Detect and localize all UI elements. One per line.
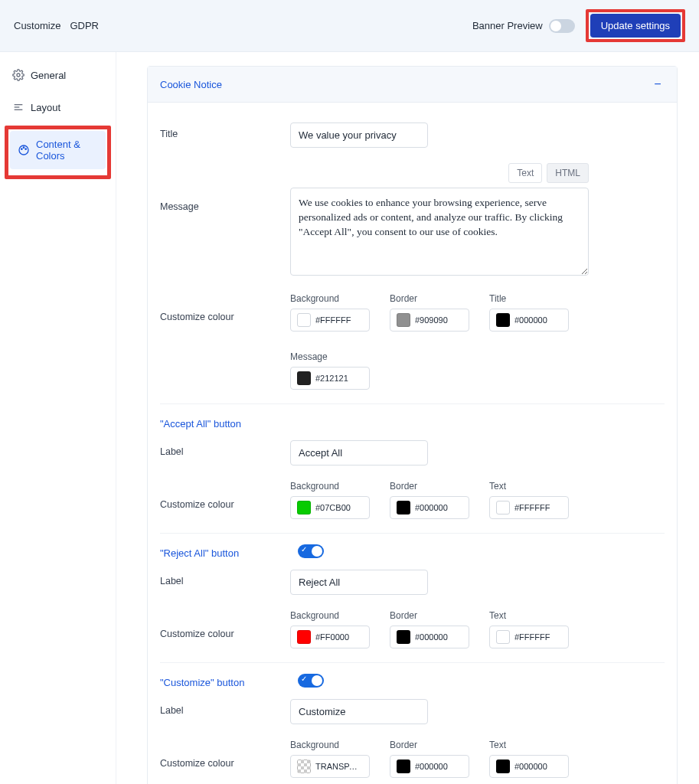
- topbar: Customize GDPR Banner Preview Update set…: [0, 0, 699, 52]
- color-picker-accept-text[interactable]: #FFFFFF: [489, 496, 569, 519]
- swatch-icon: [496, 630, 510, 644]
- color-picker-customize-text[interactable]: #000000: [489, 755, 569, 778]
- swatch-icon: [297, 371, 311, 385]
- color-label-title: Title: [489, 293, 569, 304]
- color-picker-background[interactable]: #FFFFFF: [290, 309, 370, 332]
- sidebar-item-content-colors[interactable]: Content & Colors: [10, 131, 106, 169]
- swatch-icon: [297, 760, 311, 773]
- color-picker-customize-bg[interactable]: TRANSPARE: [290, 755, 370, 778]
- svg-point-6: [23, 147, 24, 148]
- breadcrumb-gdpr[interactable]: GDPR: [70, 20, 99, 31]
- svg-point-5: [21, 149, 22, 149]
- color-picker-message[interactable]: #212121: [290, 367, 370, 390]
- message-label: Message: [160, 163, 275, 212]
- sidebar-item-label: Content & Colors: [36, 139, 98, 162]
- section-customize: "Customize" button: [160, 669, 298, 691]
- reject-colour-label: Customize colour: [160, 610, 275, 639]
- title-input[interactable]: [290, 122, 428, 148]
- accept-label-input[interactable]: [290, 440, 428, 466]
- swatch-icon: [397, 760, 410, 773]
- main: Cookie Notice − Title Message Text: [116, 52, 699, 784]
- swatch-icon: [397, 313, 410, 327]
- swatch-icon: [496, 501, 510, 514]
- color-label-background: Background: [290, 293, 370, 304]
- color-label-message: Message: [290, 351, 370, 362]
- bars-icon: [12, 101, 24, 113]
- highlight-content-colors: Content & Colors: [5, 126, 111, 179]
- svg-point-7: [25, 149, 26, 149]
- color-picker-title[interactable]: #000000: [489, 309, 569, 332]
- color-picker-reject-text[interactable]: #FFFFFF: [489, 626, 569, 648]
- svg-point-0: [17, 74, 20, 77]
- color-picker-accept-border[interactable]: #000000: [390, 496, 469, 519]
- collapse-icon[interactable]: −: [651, 77, 665, 91]
- sidebar-item-general[interactable]: General: [5, 61, 111, 89]
- sidebar-item-layout[interactable]: Layout: [5, 93, 111, 121]
- section-reject-all: "Reject All" button: [160, 540, 298, 562]
- swatch-icon: [297, 630, 311, 644]
- customize-colour-label: Customize colour: [160, 293, 275, 322]
- sidebar: General Layout Content & Colors: [0, 52, 116, 784]
- color-picker-customize-border[interactable]: #000000: [390, 755, 469, 778]
- reject-label-label: Label: [160, 570, 275, 586]
- color-picker-reject-border[interactable]: #000000: [390, 626, 469, 648]
- swatch-icon: [297, 501, 311, 514]
- breadcrumb-customize[interactable]: Customize: [14, 20, 60, 31]
- color-picker-border[interactable]: #909090: [390, 309, 469, 332]
- accept-colour-label: Customize colour: [160, 481, 275, 510]
- accept-label-label: Label: [160, 440, 275, 457]
- swatch-icon: [297, 313, 311, 327]
- banner-preview-label: Banner Preview: [472, 20, 543, 31]
- banner-preview-toggle-wrap: Banner Preview: [472, 19, 575, 33]
- panel-title: Cookie Notice: [160, 79, 222, 90]
- message-textarea[interactable]: [290, 188, 589, 276]
- color-label-border: Border: [390, 293, 469, 304]
- panel-header: Cookie Notice −: [148, 67, 677, 103]
- swatch-icon: [397, 501, 410, 514]
- tab-text[interactable]: Text: [508, 163, 542, 183]
- customize-label-input[interactable]: [290, 699, 428, 724]
- sidebar-item-label: General: [31, 70, 66, 81]
- customize-label-label: Label: [160, 699, 275, 716]
- update-settings-button[interactable]: Update settings: [590, 14, 681, 38]
- banner-preview-toggle[interactable]: [549, 19, 575, 33]
- sidebar-item-label: Layout: [31, 102, 60, 113]
- tab-html[interactable]: HTML: [547, 163, 589, 183]
- swatch-icon: [397, 630, 410, 644]
- swatch-icon: [496, 760, 510, 773]
- swatch-icon: [496, 313, 510, 327]
- customize-toggle[interactable]: [298, 674, 324, 688]
- breadcrumb: Customize GDPR: [14, 20, 99, 31]
- gear-icon: [12, 69, 24, 81]
- reject-all-toggle[interactable]: [298, 544, 324, 558]
- title-label: Title: [160, 122, 275, 139]
- reject-label-input[interactable]: [290, 570, 428, 595]
- highlight-update-settings: Update settings: [586, 9, 685, 42]
- cookie-notice-panel: Cookie Notice − Title Message Text: [147, 66, 678, 784]
- color-picker-reject-bg[interactable]: #FF0000: [290, 626, 370, 648]
- section-accept-all: "Accept All" button: [160, 410, 665, 433]
- color-picker-accept-bg[interactable]: #07CB00: [290, 496, 370, 519]
- customize-colour-label2: Customize colour: [160, 740, 275, 769]
- palette-icon: [18, 144, 30, 156]
